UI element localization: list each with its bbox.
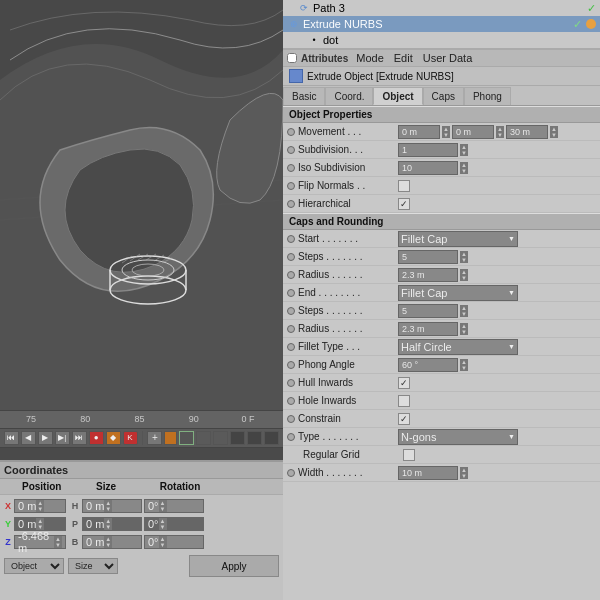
coord-row-z: Z -6.468 m ▲▼ B 0 m ▲▼ 0° ▲▼: [0, 533, 283, 551]
hole-inwards-checkbox[interactable]: [398, 395, 410, 407]
iso-subdivision-field[interactable]: 10: [398, 161, 458, 175]
pos-z-down[interactable]: ▼: [54, 542, 62, 548]
size-x-field[interactable]: 0 m ▲▼: [82, 499, 142, 513]
tab-coord[interactable]: Coord.: [325, 87, 373, 105]
radius-end-down[interactable]: ▼: [460, 329, 468, 335]
flip-normals-checkbox[interactable]: [398, 180, 410, 192]
sg-item-extrude-nurbs[interactable]: ⊕ Extrude NURBS ✓: [283, 16, 600, 32]
square-btn6[interactable]: [247, 431, 262, 445]
steps-start-field[interactable]: 5: [398, 250, 458, 264]
size-y-field[interactable]: 0 m ▲▼: [82, 517, 142, 531]
attributes-checkbox[interactable]: [287, 53, 297, 63]
h-label: H: [68, 499, 82, 513]
sg-item-path3[interactable]: ⟳ Path 3 ✓: [283, 0, 600, 16]
movement-z-field[interactable]: 30 m: [506, 125, 548, 139]
key-button[interactable]: K: [123, 431, 138, 445]
radius-start-down[interactable]: ▼: [460, 275, 468, 281]
phong-angle-field[interactable]: 60 °: [398, 358, 458, 372]
fillet-type-dropdown[interactable]: Half Circle ▼: [398, 339, 518, 355]
tab-caps[interactable]: Caps: [423, 87, 464, 105]
steps-start-down[interactable]: ▼: [460, 257, 468, 263]
size-x-down[interactable]: ▼: [104, 506, 112, 512]
timeline-keyframes: [0, 448, 283, 460]
rot-x-field[interactable]: 0° ▲▼: [144, 499, 204, 513]
size-dropdown[interactable]: Size: [68, 558, 118, 574]
square-btn3[interactable]: [196, 431, 211, 445]
end-value: Fillet Cap ▼: [398, 285, 596, 301]
type-dropdown[interactable]: N-gons ▼: [398, 429, 518, 445]
square-btn1[interactable]: [164, 431, 177, 445]
tab-user-data[interactable]: User Data: [419, 52, 477, 64]
tab-phong[interactable]: Phong: [464, 87, 511, 105]
add-button[interactable]: +: [147, 431, 162, 445]
square-btn7[interactable]: [264, 431, 279, 445]
pos-x-field[interactable]: 0 m ▲▼: [14, 499, 66, 513]
square-btn2[interactable]: [179, 431, 194, 445]
radius-end-label: Radius . . . . . .: [298, 323, 398, 334]
radius-start-row: Radius . . . . . . 2.3 m ▲▼: [283, 266, 600, 284]
width-field[interactable]: 10 m: [398, 466, 458, 480]
viewport-scene: [0, 0, 283, 410]
go-start-button[interactable]: ⏮: [4, 431, 19, 445]
mov-y-down[interactable]: ▼: [496, 132, 504, 138]
attributes-label: Attributes: [301, 53, 348, 64]
tab-basic[interactable]: Basic: [283, 87, 325, 105]
subdiv-down[interactable]: ▼: [460, 150, 468, 156]
phong-angle-value: 60 ° ▲▼: [398, 358, 596, 372]
mov-z-down[interactable]: ▼: [550, 132, 558, 138]
radius-start-field[interactable]: 2.3 m: [398, 268, 458, 282]
next-frame-button[interactable]: ▶|: [55, 431, 70, 445]
hierarchical-row: Hierarchical: [283, 195, 600, 213]
rot-x-down[interactable]: ▼: [159, 506, 167, 512]
phong-down[interactable]: ▼: [460, 365, 468, 371]
radius-end-field[interactable]: 2.3 m: [398, 322, 458, 336]
prev-frame-button[interactable]: ◀: [21, 431, 36, 445]
size-z-field[interactable]: 0 m ▲▼: [82, 535, 142, 549]
width-bullet: [287, 469, 295, 477]
constrain-checkbox[interactable]: [398, 413, 410, 425]
hole-inwards-row: Hole Inwards: [283, 392, 600, 410]
mov-x-down[interactable]: ▼: [442, 132, 450, 138]
auto-key-button[interactable]: ◆: [106, 431, 121, 445]
radius-start-value: 2.3 m ▲▼: [398, 268, 596, 282]
regular-grid-checkbox[interactable]: [403, 449, 415, 461]
fillet-type-row: Fillet Type . . . Half Circle ▼: [283, 338, 600, 356]
movement-x-field[interactable]: 0 m: [398, 125, 440, 139]
size-z-down[interactable]: ▼: [104, 542, 112, 548]
start-value: Fillet Cap ▼: [398, 231, 596, 247]
hull-inwards-checkbox[interactable]: [398, 377, 410, 389]
rot-y-field[interactable]: 0° ▲▼: [144, 517, 204, 531]
regular-grid-value: [403, 449, 596, 461]
steps-end-field[interactable]: 5: [398, 304, 458, 318]
movement-y-field[interactable]: 0 m: [452, 125, 494, 139]
iso-down[interactable]: ▼: [460, 168, 468, 174]
hierarchical-checkbox[interactable]: [398, 198, 410, 210]
square-btn4[interactable]: [213, 431, 228, 445]
pos-y-field[interactable]: 0 m ▲▼: [14, 517, 66, 531]
position-label: Position: [22, 481, 72, 492]
pos-x-down[interactable]: ▼: [36, 506, 44, 512]
rot-y-down[interactable]: ▼: [159, 524, 167, 530]
end-dropdown[interactable]: Fillet Cap ▼: [398, 285, 518, 301]
play-button[interactable]: ▶: [38, 431, 53, 445]
tab-mode[interactable]: Mode: [352, 52, 388, 64]
go-end-button[interactable]: ⏭: [72, 431, 87, 445]
rot-z-down[interactable]: ▼: [159, 542, 167, 548]
steps-end-down[interactable]: ▼: [460, 311, 468, 317]
rot-z-field[interactable]: 0° ▲▼: [144, 535, 204, 549]
extrude-object-label: Extrude Object [Extrude NURBS]: [307, 71, 454, 82]
pos-z-field[interactable]: -6.468 m ▲▼: [14, 535, 66, 549]
square-btn5[interactable]: [230, 431, 245, 445]
object-dropdown[interactable]: Object: [4, 558, 64, 574]
sg-item-dot[interactable]: • dot: [283, 32, 600, 48]
record-button[interactable]: ●: [89, 431, 104, 445]
hole-bullet: [287, 397, 295, 405]
subdivision-label: Subdivision. . .: [298, 144, 398, 155]
apply-button[interactable]: Apply: [189, 555, 279, 577]
tab-edit[interactable]: Edit: [390, 52, 417, 64]
start-dropdown[interactable]: Fillet Cap ▼: [398, 231, 518, 247]
subdivision-field[interactable]: 1: [398, 143, 458, 157]
width-down[interactable]: ▼: [460, 473, 468, 479]
tab-object[interactable]: Object: [373, 87, 422, 105]
size-y-down[interactable]: ▼: [104, 524, 112, 530]
